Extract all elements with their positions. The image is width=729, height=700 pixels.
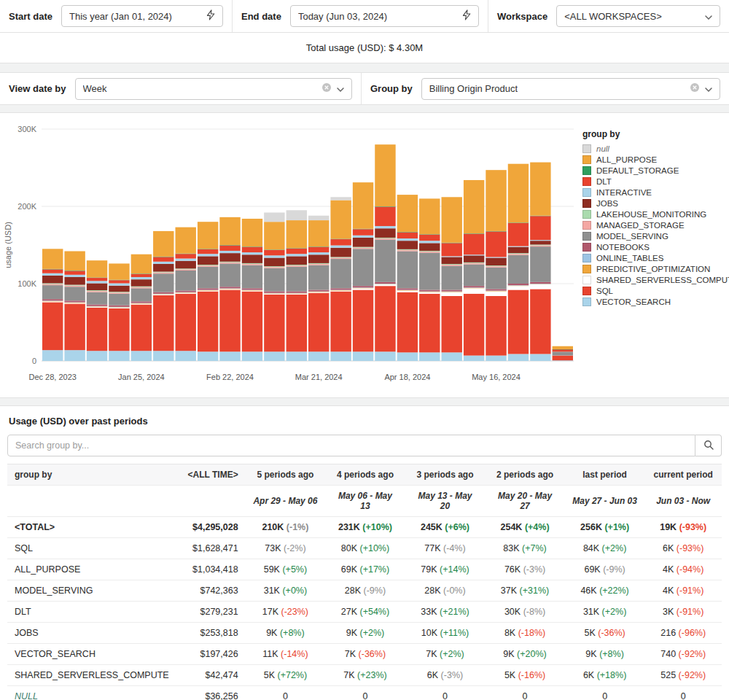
bar-segment-NOTEBOOKS[interactable]: [530, 282, 550, 284]
bar-segment-SHARED_SERVERLESS_COMPUTE[interactable]: [153, 295, 174, 295]
bar-segment-ONLINE_TABLES[interactable]: [219, 288, 240, 289]
bar-segment-LAKEHOUSE_MONITORING[interactable]: [109, 292, 129, 292]
bar-segment-MODEL_SERVING[interactable]: [330, 259, 351, 288]
bar-segment-INTERACTIVE[interactable]: [42, 273, 63, 276]
bar-segment-PREDICTIVE_OPTIMIZATION[interactable]: [64, 303, 85, 303]
bar-segment-ALL_PURPOSE[interactable]: [530, 163, 550, 216]
bar-segment-SQL[interactable]: [286, 295, 307, 351]
bar-segment-DEFAULT_STORAGE[interactable]: [508, 222, 529, 223]
bar-segment-JOBS[interactable]: [486, 257, 506, 265]
bar-segment-ONLINE_TABLES[interactable]: [42, 300, 63, 301]
bar-segment-JOBS[interactable]: [64, 277, 85, 285]
column-header-current-period[interactable]: current period: [644, 464, 722, 486]
bar-segment-PREDICTIVE_OPTIMIZATION[interactable]: [375, 284, 395, 285]
chevron-down-icon[interactable]: [337, 83, 344, 94]
bar-segment-DEFAULT_STORAGE[interactable]: [486, 231, 506, 232]
bar-segment-SHARED_SERVERLESS_COMPUTE[interactable]: [330, 291, 351, 292]
bar-segment-JOBS[interactable]: [198, 256, 218, 265]
bar-segment-LAKEHOUSE_MONITORING[interactable]: [264, 266, 284, 267]
bar-segment-ALL_PURPOSE[interactable]: [553, 346, 573, 349]
bar-segment-NOTEBOOKS[interactable]: [87, 305, 107, 306]
bar-segment-ONLINE_TABLES[interactable]: [198, 289, 218, 290]
bar-segment-PREDICTIVE_OPTIMIZATION[interactable]: [198, 290, 218, 291]
bar-segment-SHARED_SERVERLESS_COMPUTE[interactable]: [219, 289, 240, 289]
bar-segment-LAKEHOUSE_MONITORING[interactable]: [397, 249, 418, 250]
bar-segment-MODEL_SERVING[interactable]: [131, 288, 152, 301]
legend-item-MODEL_SERVING[interactable]: MODEL_SERVING: [582, 232, 721, 241]
bar-segment-MANAGED_STORAGE[interactable]: [109, 292, 129, 294]
bar-segment-VECTOR_SEARCH[interactable]: [397, 352, 418, 361]
bar-segment-NOTEBOOKS[interactable]: [198, 288, 218, 289]
bar-segment-LAKEHOUSE_MONITORING[interactable]: [330, 257, 351, 257]
bar-segment-JOBS[interactable]: [109, 286, 129, 292]
bar-segment-SHARED_SERVERLESS_COMPUTE[interactable]: [264, 294, 284, 295]
legend-item-INTERACTIVE[interactable]: INTERACTIVE: [582, 188, 721, 197]
bar-segment-null[interactable]: [308, 216, 329, 220]
bar-segment-NOTEBOOKS[interactable]: [464, 286, 484, 287]
bar-segment-MODEL_SERVING[interactable]: [375, 240, 395, 282]
bar-segment-SQL[interactable]: [109, 308, 129, 351]
bar-segment-INTERACTIVE[interactable]: [330, 246, 351, 248]
bar-segment-LAKEHOUSE_MONITORING[interactable]: [442, 264, 462, 265]
bar-segment-MANAGED_STORAGE[interactable]: [131, 287, 152, 289]
legend-item-SQL[interactable]: SQL: [582, 287, 721, 295]
legend-item-null[interactable]: null: [582, 144, 721, 153]
bar-segment-DLT[interactable]: [87, 278, 107, 281]
bar-segment-LAKEHOUSE_MONITORING[interactable]: [308, 263, 329, 264]
bar-segment-DLT[interactable]: [64, 271, 85, 275]
bar-segment-PREDICTIVE_OPTIMIZATION[interactable]: [176, 292, 196, 293]
bar-segment-MANAGED_STORAGE[interactable]: [264, 267, 284, 268]
bar-segment-NOTEBOOKS[interactable]: [442, 289, 462, 291]
bar-segment-DLT[interactable]: [131, 274, 152, 277]
column-header-5-periods-ago[interactable]: 5 periods ago: [246, 464, 326, 486]
bar-segment-SQL[interactable]: [353, 289, 373, 351]
bar-segment-ONLINE_TABLES[interactable]: [109, 307, 129, 308]
bar-segment-PREDICTIVE_OPTIMIZATION[interactable]: [442, 292, 462, 292]
bar-segment-VECTOR_SEARCH[interactable]: [375, 351, 395, 361]
bar-segment-null[interactable]: [286, 210, 307, 220]
bar-segment-LAKEHOUSE_MONITORING[interactable]: [353, 247, 373, 248]
bar-segment-SHARED_SERVERLESS_COMPUTE[interactable]: [375, 284, 395, 286]
bar-segment-JOBS[interactable]: [419, 243, 440, 251]
bar-segment-DLT[interactable]: [286, 249, 307, 254]
bar-segment-SQL[interactable]: [486, 296, 506, 356]
bar-segment-DLT[interactable]: [353, 229, 373, 235]
bar-segment-ONLINE_TABLES[interactable]: [87, 306, 107, 307]
bar-segment-ONLINE_TABLES[interactable]: [508, 285, 529, 286]
bar-segment-LAKEHOUSE_MONITORING[interactable]: [508, 253, 529, 254]
bar-segment-VECTOR_SEARCH[interactable]: [87, 351, 107, 361]
bar-segment-NOTEBOOKS[interactable]: [486, 289, 506, 290]
end-date-input[interactable]: Today (Jun 03, 2024): [290, 5, 479, 27]
bar-segment-PREDICTIVE_OPTIMIZATION[interactable]: [464, 288, 484, 289]
bar-segment-MODEL_SERVING[interactable]: [64, 287, 85, 300]
bar-segment-MANAGED_STORAGE[interactable]: [64, 286, 85, 287]
search-button[interactable]: [695, 435, 722, 456]
bar-segment-NOTEBOOKS[interactable]: [219, 287, 240, 288]
bar-segment-MANAGED_STORAGE[interactable]: [375, 238, 395, 240]
legend-item-VECTOR_SEARCH[interactable]: VECTOR_SEARCH: [582, 298, 721, 306]
bar-segment-JOBS[interactable]: [242, 254, 262, 263]
bar-segment-ALL_PURPOSE[interactable]: [508, 164, 529, 223]
lightning-bolt-icon[interactable]: [206, 9, 215, 23]
bar-segment-JOBS[interactable]: [219, 253, 240, 262]
bar-segment-MANAGED_STORAGE[interactable]: [419, 252, 440, 253]
bar-segment-ONLINE_TABLES[interactable]: [464, 287, 484, 288]
bar-segment-ONLINE_TABLES[interactable]: [286, 293, 307, 294]
bar-segment-DEFAULT_STORAGE[interactable]: [419, 234, 440, 235]
bar-segment-MODEL_SERVING[interactable]: [219, 263, 240, 287]
bar-segment-ALL_PURPOSE[interactable]: [42, 249, 63, 269]
bar-segment-MANAGED_STORAGE[interactable]: [219, 262, 240, 264]
bar-segment-MODEL_SERVING[interactable]: [87, 292, 107, 305]
bar-segment-PREDICTIVE_OPTIMIZATION[interactable]: [353, 288, 373, 289]
bar-segment-MODEL_SERVING[interactable]: [109, 294, 129, 306]
bar-segment-MODEL_SERVING[interactable]: [442, 266, 462, 290]
bar-segment-NOTEBOOKS[interactable]: [308, 289, 329, 291]
bar-segment-SHARED_SERVERLESS_COMPUTE[interactable]: [464, 288, 484, 293]
bar-segment-NOTEBOOKS[interactable]: [64, 300, 85, 302]
bar-segment-DEFAULT_STORAGE[interactable]: [308, 246, 329, 247]
bar-segment-NOTEBOOKS[interactable]: [375, 282, 395, 284]
bar-segment-DLT[interactable]: [397, 233, 418, 238]
bar-segment-ALL_PURPOSE[interactable]: [375, 144, 395, 206]
bar-segment-LAKEHOUSE_MONITORING[interactable]: [486, 265, 506, 266]
bar-segment-ONLINE_TABLES[interactable]: [375, 284, 395, 284]
